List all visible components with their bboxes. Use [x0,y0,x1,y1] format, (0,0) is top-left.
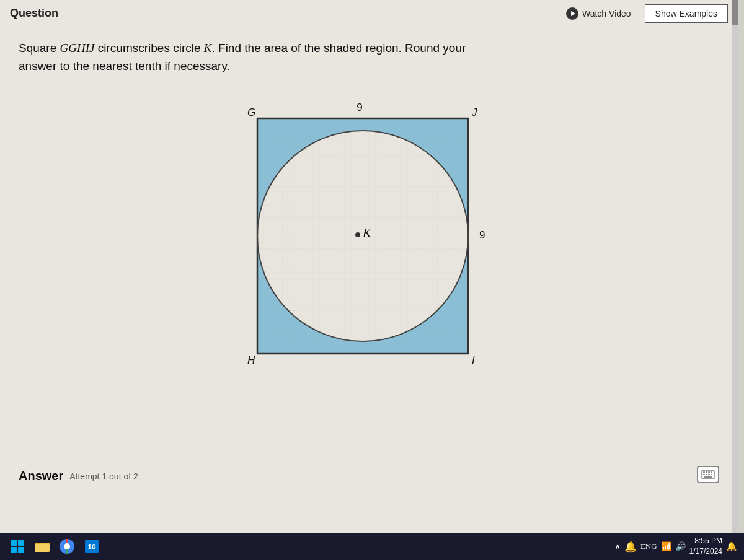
browser-button[interactable] [57,536,77,556]
svg-text:K: K [362,226,372,240]
svg-rect-23 [703,474,705,475]
header-buttons: Watch Video Show Examples [557,4,728,24]
svg-text:9: 9 [479,229,485,241]
clock-date: 1/17/2024 [689,546,722,557]
question-text: Square GGHIJ circumscribes circle K. Fin… [19,40,719,75]
keyboard-svg [701,470,715,479]
svg-rect-19 [703,471,705,473]
square-name: G [60,42,69,55]
show-examples-button[interactable]: Show Examples [645,4,728,23]
svg-point-32 [64,543,70,549]
answer-label: Answer [19,469,63,483]
svg-rect-26 [711,474,712,475]
header-bar: Question Watch Video Show Examples [0,0,738,27]
diagram-wrapper: K G J H I 9 9 [220,94,518,397]
language-icon[interactable]: ENG [640,541,657,551]
svg-rect-30 [35,544,50,552]
question-area: Square GGHIJ circumscribes circle K. Fin… [0,27,738,81]
app-icon: 10 [84,538,100,554]
watch-video-label: Watch Video [582,9,631,19]
answer-section: Answer Attempt 1 out of 2 [19,469,138,483]
app-button[interactable]: 10 [82,536,102,556]
svg-text:9: 9 [356,102,362,113]
svg-rect-20 [706,471,707,473]
windows-logo [11,540,24,553]
svg-text:I: I [472,354,475,366]
file-explorer-button[interactable] [32,536,52,556]
volume-icon[interactable]: 🔊 [675,541,686,552]
play-icon [566,7,578,20]
svg-rect-24 [706,474,707,475]
svg-point-10 [355,232,360,237]
windows-start-button[interactable] [7,536,27,556]
notification-bell-icon[interactable]: 🔔 [726,541,737,552]
taskbar-left: 10 [7,536,102,556]
geometry-diagram: K G J H I 9 9 [220,94,518,397]
svg-rect-22 [711,471,712,473]
folder-icon [34,540,50,553]
scrollbar[interactable] [732,0,738,533]
keyboard-icon[interactable] [697,466,719,483]
attempt-text: Attempt 1 out of 2 [69,471,138,481]
circle-name: K [204,42,212,55]
svg-text:G: G [247,107,255,118]
svg-rect-21 [708,471,710,473]
diagram-container: K G J H I 9 9 [0,81,738,403]
svg-rect-27 [704,476,712,478]
taskbar-right: ∧ 🔔 ENG 📶 🔊 8:55 PM 1/17/2024 🔔 [614,536,737,557]
watch-video-button[interactable]: Watch Video [557,4,640,24]
main-container: Question Watch Video Show Examples Squar… [0,0,738,533]
scrollbar-thumb[interactable] [732,0,738,25]
svg-text:H: H [247,354,255,366]
time-display: 8:55 PM 1/17/2024 [689,536,722,557]
notification-icon[interactable]: 🔔 [624,541,637,553]
square-name-full: GHIJ [68,42,94,55]
wifi-icon[interactable]: 📶 [661,541,671,552]
svg-text:J: J [471,107,477,118]
chevron-up-icon[interactable]: ∧ [614,541,621,552]
chrome-icon [59,538,75,554]
svg-text:10: 10 [87,543,96,551]
page-title: Question [10,7,58,20]
clock-time: 8:55 PM [689,536,722,546]
taskbar: 10 ∧ 🔔 ENG 📶 🔊 8:55 PM 1/17/2024 🔔 [0,533,744,560]
svg-rect-25 [708,474,710,475]
